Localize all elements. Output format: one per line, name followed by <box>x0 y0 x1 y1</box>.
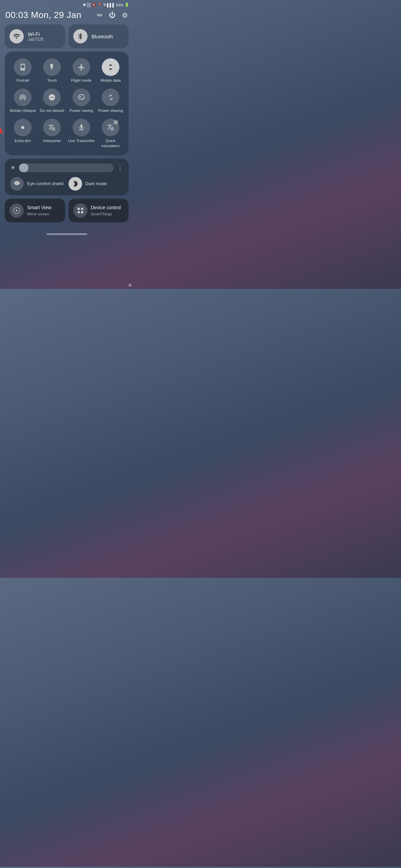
torch-toggle[interactable]: Torch <box>38 57 66 84</box>
device-control-icon <box>73 203 88 218</box>
extra-dim-label: Extra dim <box>15 138 31 143</box>
header-actions: ✏ ⏻ ⚙ <box>97 11 128 19</box>
home-bar[interactable] <box>46 233 87 235</box>
live-transcribe-label: Live Transcribe <box>68 138 95 143</box>
power-button[interactable]: ⏻ <box>109 11 116 19</box>
quick-translation-icon: あ <box>102 119 119 136</box>
edit-button[interactable]: ✏ <box>97 11 103 19</box>
do-not-disturb-toggle[interactable]: Do not disturb <box>38 87 66 115</box>
dark-mode-toggle[interactable]: Dark mode <box>69 177 123 191</box>
svg-point-2 <box>22 126 24 129</box>
power-sharing-icon <box>102 88 119 106</box>
brightness-panel: ☀ ⋮ A Eye comfort shield Dark mode <box>5 159 129 195</box>
wifi-title: Wi-Fi <box>28 31 43 37</box>
location-status-icon: 📍 <box>97 3 102 7</box>
battery-icon: 🔋 <box>125 3 129 7</box>
wifi-icon <box>9 29 24 43</box>
interpreter-icon <box>43 119 61 136</box>
status-icons: ✱ 🄽 🔇 📍 ⇅ ▌▌▌ 63% 🔋 <box>83 3 129 7</box>
flight-mode-icon <box>73 58 90 76</box>
live-transcribe-toggle[interactable]: Live Transcribe <box>68 117 95 150</box>
extra-dim-toggle[interactable]: Extra dim <box>9 117 37 150</box>
svg-rect-9 <box>81 211 83 213</box>
device-control-text: Device control SmartThings <box>91 204 124 217</box>
device-control-subtitle: SmartThings <box>91 212 112 216</box>
battery-percentage: 63% <box>116 3 123 7</box>
smart-view-title: Smart View <box>27 205 51 210</box>
portrait-label: Portrait <box>17 78 29 83</box>
bluetooth-icon <box>73 29 88 43</box>
mobile-hotspot-label: Mobile Hotspot <box>10 108 36 113</box>
comfort-row: A Eye comfort shield Dark mode <box>10 177 123 191</box>
power-sharing-toggle[interactable]: Power sharing <box>97 87 125 115</box>
smart-view-icon <box>9 203 24 218</box>
svg-marker-5 <box>16 209 18 212</box>
interpreter-toggle[interactable]: Interpreter <box>38 117 66 150</box>
header-row: 00:03 Mon, 29 Jan ✏ ⏻ ⚙ <box>0 8 133 24</box>
mobile-data-toggle[interactable]: Mobile data <box>97 57 125 84</box>
wifi-card-text: Wi-Fi Jab7528 <box>28 31 43 42</box>
power-saving-toggle[interactable]: Power saving <box>68 87 95 115</box>
bluetooth-toggle-card[interactable]: Bluetooth <box>69 24 129 48</box>
dark-mode-label: Dark mode <box>85 181 107 186</box>
settings-button[interactable]: ⚙ <box>122 11 128 19</box>
signal-status-icon: ▌▌▌ <box>107 3 115 7</box>
smart-view-subtitle: Mirror screen <box>27 212 49 216</box>
quick-translation-label: Quick translation <box>97 138 124 149</box>
power-sharing-label: Power sharing <box>98 108 123 113</box>
device-control-title: Device control <box>91 205 121 210</box>
power-saving-label: Power saving <box>70 108 93 113</box>
interpreter-label: Interpreter <box>43 138 61 143</box>
quick-settings-grid-panel: Portrait Torch Flight mode Mobile data <box>5 52 129 155</box>
quick-translation-toggle[interactable]: あ Quick translation <box>97 117 125 150</box>
nfc-status-icon: 🄽 <box>87 3 91 7</box>
wifi-toggle-card[interactable]: Wi-Fi Jab7528 <box>5 24 65 48</box>
brightness-low-icon: ☀ <box>10 164 16 172</box>
bluetooth-card-text: Bluetooth <box>92 34 113 39</box>
dark-mode-icon <box>69 177 82 191</box>
flight-mode-label: Flight mode <box>71 78 92 83</box>
extra-dim-icon <box>14 119 32 136</box>
dnd-icon <box>43 88 61 106</box>
home-indicator-area <box>0 229 133 238</box>
mute-status-icon: 🔇 <box>92 3 96 7</box>
toggle-cards-row: Wi-Fi Jab7528 Bluetooth <box>0 24 133 48</box>
brightness-fill <box>19 163 28 172</box>
eye-comfort-label: Eye comfort shield <box>27 181 63 186</box>
smart-view-card[interactable]: Smart View Mirror screen <box>5 199 65 222</box>
brightness-slider[interactable] <box>19 163 114 172</box>
brightness-options-button[interactable]: ⋮ <box>117 164 123 172</box>
portrait-icon <box>14 58 32 76</box>
eye-comfort-icon: A <box>10 177 24 191</box>
torch-label: Torch <box>47 78 57 83</box>
bluetooth-status-icon: ✱ <box>83 3 86 7</box>
live-transcribe-icon <box>73 119 90 136</box>
wifi-subtitle: Jab7528 <box>28 37 43 42</box>
svg-rect-7 <box>81 208 83 210</box>
mobile-hotspot-toggle[interactable]: Mobile Hotspot <box>9 87 37 115</box>
power-saving-icon <box>73 88 90 106</box>
mobile-hotspot-icon <box>14 88 32 106</box>
smart-view-text: Smart View Mirror screen <box>27 204 60 217</box>
wifi-status-icon: ⇅ <box>103 3 106 7</box>
quick-settings-grid: Portrait Torch Flight mode Mobile data <box>9 57 125 150</box>
torch-icon <box>43 58 61 76</box>
eye-comfort-shield-toggle[interactable]: A Eye comfort shield <box>10 177 65 191</box>
dnd-label: Do not disturb <box>40 108 64 113</box>
flight-mode-toggle[interactable]: Flight mode <box>68 57 95 84</box>
bluetooth-title: Bluetooth <box>92 34 113 39</box>
brightness-row: ☀ ⋮ <box>10 163 123 172</box>
portrait-toggle[interactable]: Portrait <box>9 57 37 84</box>
mobile-data-label: Mobile data <box>100 78 120 83</box>
mobile-data-icon <box>102 58 119 76</box>
svg-rect-6 <box>77 208 79 210</box>
datetime-display: 00:03 Mon, 29 Jan <box>5 10 81 20</box>
bottom-cards-row: Smart View Mirror screen Device control … <box>0 199 133 222</box>
svg-rect-8 <box>77 211 79 213</box>
device-control-card[interactable]: Device control SmartThings <box>69 199 129 222</box>
status-bar: ✱ 🄽 🔇 📍 ⇅ ▌▌▌ 63% 🔋 <box>0 0 133 8</box>
